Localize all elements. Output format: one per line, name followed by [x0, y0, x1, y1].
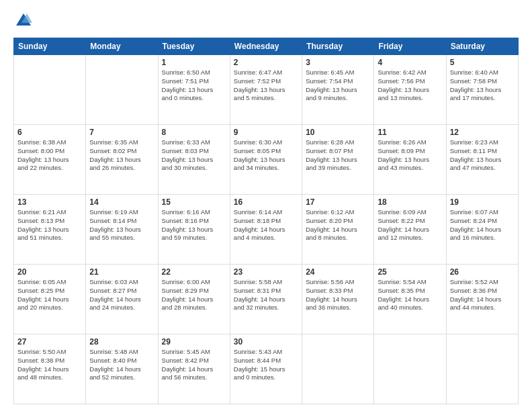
day-number: 16	[234, 197, 298, 207]
day-info: Sunrise: 6:26 AM Sunset: 8:09 PM Dayligh…	[378, 138, 442, 173]
day-number: 12	[450, 128, 515, 137]
day-number: 29	[162, 337, 226, 347]
weekday-header-sunday: Sunday	[14, 38, 86, 55]
calendar-cell: 15Sunrise: 6:16 AM Sunset: 8:16 PM Dayli…	[158, 195, 230, 265]
day-info: Sunrise: 5:50 AM Sunset: 8:38 PM Dayligh…	[17, 348, 82, 382]
day-info: Sunrise: 6:07 AM Sunset: 8:24 PM Dayligh…	[450, 208, 515, 242]
page: SundayMondayTuesdayWednesdayThursdayFrid…	[0, 0, 532, 411]
day-number: 27	[17, 337, 82, 347]
day-info: Sunrise: 6:42 AM Sunset: 7:56 PM Dayligh…	[378, 68, 442, 103]
week-row-5: 27Sunrise: 5:50 AM Sunset: 8:38 PM Dayli…	[14, 334, 519, 404]
calendar-cell: 11Sunrise: 6:26 AM Sunset: 8:09 PM Dayli…	[374, 125, 446, 195]
day-info: Sunrise: 6:23 AM Sunset: 8:11 PM Dayligh…	[450, 138, 515, 173]
day-info: Sunrise: 6:05 AM Sunset: 8:25 PM Dayligh…	[17, 278, 82, 312]
weekday-header-friday: Friday	[374, 38, 446, 55]
day-info: Sunrise: 6:50 AM Sunset: 7:51 PM Dayligh…	[162, 68, 226, 103]
calendar-cell: 27Sunrise: 5:50 AM Sunset: 8:38 PM Dayli…	[14, 334, 86, 404]
day-info: Sunrise: 6:33 AM Sunset: 8:03 PM Dayligh…	[162, 138, 226, 173]
calendar-cell: 12Sunrise: 6:23 AM Sunset: 8:11 PM Dayli…	[446, 125, 518, 195]
calendar-cell: 6Sunrise: 6:38 AM Sunset: 8:00 PM Daylig…	[14, 125, 86, 195]
day-number: 18	[378, 197, 442, 207]
week-row-2: 6Sunrise: 6:38 AM Sunset: 8:00 PM Daylig…	[14, 125, 519, 195]
calendar-cell: 26Sunrise: 5:52 AM Sunset: 8:36 PM Dayli…	[446, 265, 518, 334]
day-info: Sunrise: 5:43 AM Sunset: 8:44 PM Dayligh…	[234, 348, 298, 382]
calendar-cell	[446, 334, 518, 404]
day-info: Sunrise: 6:28 AM Sunset: 8:07 PM Dayligh…	[306, 138, 370, 173]
day-number: 11	[378, 128, 442, 137]
day-info: Sunrise: 6:09 AM Sunset: 8:22 PM Dayligh…	[378, 208, 442, 242]
calendar-cell: 28Sunrise: 5:48 AM Sunset: 8:40 PM Dayli…	[86, 334, 158, 404]
calendar-cell: 8Sunrise: 6:33 AM Sunset: 8:03 PM Daylig…	[158, 125, 230, 195]
day-info: Sunrise: 6:35 AM Sunset: 8:02 PM Dayligh…	[89, 138, 154, 173]
calendar-cell: 13Sunrise: 6:21 AM Sunset: 8:13 PM Dayli…	[14, 195, 86, 265]
day-number: 14	[89, 197, 154, 207]
weekday-header-tuesday: Tuesday	[158, 38, 230, 55]
day-number: 1	[162, 58, 226, 67]
week-row-3: 13Sunrise: 6:21 AM Sunset: 8:13 PM Dayli…	[14, 195, 519, 265]
day-info: Sunrise: 6:16 AM Sunset: 8:16 PM Dayligh…	[162, 208, 226, 242]
day-number: 23	[234, 267, 298, 277]
day-info: Sunrise: 6:19 AM Sunset: 8:14 PM Dayligh…	[89, 208, 154, 242]
weekday-header-thursday: Thursday	[302, 38, 374, 55]
weekday-header-saturday: Saturday	[446, 38, 518, 55]
day-number: 26	[450, 267, 515, 277]
day-number: 22	[162, 267, 226, 277]
weekday-header-row: SundayMondayTuesdayWednesdayThursdayFrid…	[14, 38, 519, 55]
day-number: 28	[89, 337, 154, 347]
day-info: Sunrise: 6:47 AM Sunset: 7:52 PM Dayligh…	[234, 68, 298, 103]
day-number: 7	[89, 128, 154, 137]
day-info: Sunrise: 6:14 AM Sunset: 8:18 PM Dayligh…	[234, 208, 298, 242]
calendar-cell: 9Sunrise: 6:30 AM Sunset: 8:05 PM Daylig…	[230, 125, 302, 195]
day-number: 24	[306, 267, 370, 277]
day-number: 25	[378, 267, 442, 277]
logo-icon	[13, 11, 34, 31]
calendar-cell: 7Sunrise: 6:35 AM Sunset: 8:02 PM Daylig…	[86, 125, 158, 195]
calendar-cell: 21Sunrise: 6:03 AM Sunset: 8:27 PM Dayli…	[86, 265, 158, 334]
day-number: 8	[162, 128, 226, 137]
day-info: Sunrise: 6:30 AM Sunset: 8:05 PM Dayligh…	[234, 138, 298, 173]
day-info: Sunrise: 5:54 AM Sunset: 8:35 PM Dayligh…	[378, 278, 442, 312]
logo	[13, 11, 36, 31]
calendar-cell: 18Sunrise: 6:09 AM Sunset: 8:22 PM Dayli…	[374, 195, 446, 265]
calendar-cell: 19Sunrise: 6:07 AM Sunset: 8:24 PM Dayli…	[446, 195, 518, 265]
day-info: Sunrise: 6:38 AM Sunset: 8:00 PM Dayligh…	[17, 138, 82, 173]
day-number: 21	[89, 267, 154, 277]
calendar-cell: 16Sunrise: 6:14 AM Sunset: 8:18 PM Dayli…	[230, 195, 302, 265]
day-info: Sunrise: 6:21 AM Sunset: 8:13 PM Dayligh…	[17, 208, 82, 242]
day-number: 2	[234, 58, 298, 67]
day-number: 4	[378, 58, 442, 67]
day-info: Sunrise: 5:48 AM Sunset: 8:40 PM Dayligh…	[89, 348, 154, 382]
day-number: 9	[234, 128, 298, 137]
header	[13, 11, 519, 31]
day-info: Sunrise: 5:45 AM Sunset: 8:42 PM Dayligh…	[162, 348, 226, 382]
calendar-cell	[86, 55, 158, 125]
day-info: Sunrise: 6:40 AM Sunset: 7:58 PM Dayligh…	[450, 68, 515, 103]
day-info: Sunrise: 5:52 AM Sunset: 8:36 PM Dayligh…	[450, 278, 515, 312]
calendar-cell: 4Sunrise: 6:42 AM Sunset: 7:56 PM Daylig…	[374, 55, 446, 125]
day-number: 13	[17, 197, 82, 207]
day-number: 3	[306, 58, 370, 67]
calendar-cell: 17Sunrise: 6:12 AM Sunset: 8:20 PM Dayli…	[302, 195, 374, 265]
day-number: 5	[450, 58, 515, 67]
calendar-cell: 3Sunrise: 6:45 AM Sunset: 7:54 PM Daylig…	[302, 55, 374, 125]
calendar-cell: 30Sunrise: 5:43 AM Sunset: 8:44 PM Dayli…	[230, 334, 302, 404]
day-number: 10	[306, 128, 370, 137]
calendar-cell	[302, 334, 374, 404]
calendar-cell: 22Sunrise: 6:00 AM Sunset: 8:29 PM Dayli…	[158, 265, 230, 334]
day-info: Sunrise: 5:56 AM Sunset: 8:33 PM Dayligh…	[306, 278, 370, 312]
day-number: 19	[450, 197, 515, 207]
week-row-1: 1Sunrise: 6:50 AM Sunset: 7:51 PM Daylig…	[14, 55, 519, 125]
calendar-cell: 20Sunrise: 6:05 AM Sunset: 8:25 PM Dayli…	[14, 265, 86, 334]
day-info: Sunrise: 6:00 AM Sunset: 8:29 PM Dayligh…	[162, 278, 226, 312]
calendar-cell: 2Sunrise: 6:47 AM Sunset: 7:52 PM Daylig…	[230, 55, 302, 125]
calendar-cell	[14, 55, 86, 125]
calendar-cell: 10Sunrise: 6:28 AM Sunset: 8:07 PM Dayli…	[302, 125, 374, 195]
weekday-header-wednesday: Wednesday	[230, 38, 302, 55]
week-row-4: 20Sunrise: 6:05 AM Sunset: 8:25 PM Dayli…	[14, 265, 519, 334]
calendar-cell: 14Sunrise: 6:19 AM Sunset: 8:14 PM Dayli…	[86, 195, 158, 265]
day-number: 17	[306, 197, 370, 207]
day-number: 6	[17, 128, 82, 137]
calendar-cell: 25Sunrise: 5:54 AM Sunset: 8:35 PM Dayli…	[374, 265, 446, 334]
calendar-cell: 29Sunrise: 5:45 AM Sunset: 8:42 PM Dayli…	[158, 334, 230, 404]
day-number: 30	[234, 337, 298, 347]
